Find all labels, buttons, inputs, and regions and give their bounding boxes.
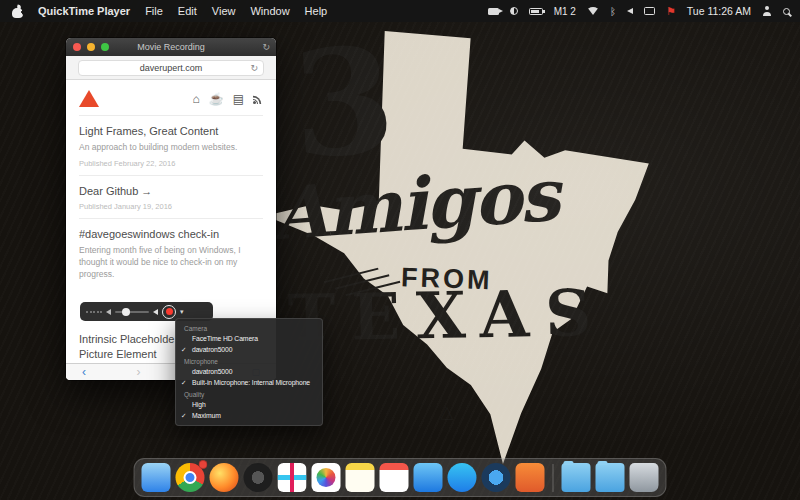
record-dot [166,308,173,315]
firefox-dock-icon[interactable] [210,463,239,492]
photos-dock-icon[interactable] [312,463,341,492]
article-title-link[interactable]: Dear Github → [79,185,263,197]
checkmark: ✓ [181,346,190,354]
close-button[interactable] [73,43,81,51]
url-text: daverupert.com [140,63,203,73]
article-title-link[interactable]: #davegoeswindows check-in [79,228,263,240]
calendar-dock-icon[interactable] [380,463,409,492]
display-icon[interactable] [644,7,655,15]
record-button[interactable] [162,305,176,319]
dock [134,458,667,497]
wallpaper-amigos: Amigos [269,159,560,251]
article-subtitle: Entering month five of being on Windows,… [79,245,263,281]
options-chevron-icon[interactable]: ▾ [180,308,184,316]
notification-badge [199,460,208,469]
menu-item-facetime-camera[interactable]: FaceTime HD Camera [176,333,322,344]
trash-dock-icon[interactable] [630,463,659,492]
camera-switch-icon[interactable]: ↻ [262,42,270,52]
article-3: #davegoeswindows check-in Entering month… [66,219,276,293]
status-circle-icon[interactable] [510,7,518,15]
article-title-line1: Intrinsic Placeholde [79,332,174,347]
recording-options-menu: Camera FaceTime HD Camera ✓ davatron5000… [175,318,323,426]
menu-section-header: Camera [176,322,322,333]
spotlight-search-icon[interactable] [783,8,790,15]
window-title: Movie Recording [66,42,276,52]
menu-item-edit[interactable]: Edit [178,5,197,17]
chrome-dock-icon[interactable] [176,463,205,492]
refresh-icon[interactable]: ↻ [250,63,258,73]
article-4[interactable]: Intrinsic Placeholde Picture Element [79,332,174,362]
menu-item-label: davatron5000 [192,346,232,353]
bluetooth-icon[interactable]: ᛒ [610,6,616,17]
apple-icon[interactable] [12,5,23,18]
menu-bar-left: QuickTime Player File Edit View Window H… [0,5,327,18]
menu-clock[interactable]: Tue 11:26 AM [687,5,751,17]
volume-slider[interactable] [115,311,149,313]
article-subtitle: An approach to building modern websites. [79,142,263,154]
article-1: Light Frames, Great Content An approach … [66,116,276,175]
user-icon[interactable] [762,6,772,16]
dock-icons [142,463,659,492]
menu-item-view[interactable]: View [212,5,236,17]
menu-item-window[interactable]: Window [250,5,289,17]
menu-item-label: High [192,401,206,408]
screen-recording-icon[interactable] [488,8,499,15]
volume-slider-knob[interactable] [122,308,130,316]
zoom-button[interactable] [101,43,109,51]
article-title-line2: Picture Element [79,347,174,362]
wifi-icon[interactable] [587,7,599,15]
volume-icon[interactable] [627,8,633,14]
checkmark: ✓ [181,379,190,387]
keynote-dock-icon[interactable] [516,463,545,492]
site-nav-icons: ⌂ ☕ ▤ [192,93,263,105]
home-icon[interactable]: ⌂ [192,93,199,105]
finder-dock-icon[interactable] [142,463,171,492]
menu-bar-status: M1 2 ᛒ ⚑ Tue 11:26 AM [488,5,800,18]
menu-item-davatron-camera[interactable]: ✓ davatron5000 [176,344,322,355]
flag-icon[interactable]: ⚑ [666,5,676,18]
menu-item-file[interactable]: File [145,5,163,17]
volume-low-icon [106,309,111,315]
itunes-dock-icon[interactable] [244,463,273,492]
slack-dock-icon[interactable] [278,463,307,492]
menu-item-davatron-mic[interactable]: davatron5000 [176,366,322,377]
dock-separator [553,464,554,492]
article-title-link[interactable]: Light Frames, Great Content [79,125,263,137]
menu-section-header: Microphone [176,355,322,366]
volume-high-icon [153,309,158,315]
menu-item-help[interactable]: Help [305,5,328,17]
forward-icon[interactable]: › [136,366,140,378]
wallpaper-number: 3 [289,27,398,178]
menu-section-header: Quality [176,388,322,399]
app-store-dock-icon[interactable] [448,463,477,492]
battery-icon[interactable] [529,8,543,15]
menu-item-quality-maximum[interactable]: ✓ Maximum [176,410,322,421]
menu-item-quality-high[interactable]: High [176,399,322,410]
menu-app-name[interactable]: QuickTime Player [38,5,130,17]
back-icon[interactable]: ‹ [82,366,86,378]
checkmark: ✓ [181,412,190,420]
menu-item-label: Maximum [192,412,221,419]
rss-icon[interactable] [253,94,263,104]
url-field[interactable]: daverupert.com ↻ [78,60,264,76]
article-published: Published February 22, 2016 [79,159,263,168]
archive-icon[interactable]: ▤ [233,93,244,105]
notes-dock-icon[interactable] [346,463,375,492]
status-text[interactable]: M1 2 [554,6,576,17]
article-2: Dear Github → Published January 19, 2016 [66,176,276,218]
menu-item-builtin-mic[interactable]: ✓ Built-in Microphone: Internal Micropho… [176,377,322,388]
article-published: Published January 19, 2016 [79,202,263,211]
menu-item-label: FaceTime HD Camera [192,335,258,342]
mail-dock-icon[interactable] [414,463,443,492]
window-titlebar[interactable]: Movie Recording ↻ [66,38,276,56]
menu-item-label: davatron5000 [192,368,232,375]
mug-icon[interactable]: ☕ [209,93,224,105]
site-logo-triangle[interactable] [79,90,99,107]
browser-chrome: daverupert.com ↻ [66,56,276,80]
quicktime-dock-icon[interactable] [482,463,511,492]
wallpaper-texas-word: TEXAS [287,281,608,351]
documents-folder-dock-icon[interactable] [562,463,591,492]
menu-bar: QuickTime Player File Edit View Window H… [0,0,800,22]
downloads-folder-dock-icon[interactable] [596,463,625,492]
minimize-button[interactable] [87,43,95,51]
